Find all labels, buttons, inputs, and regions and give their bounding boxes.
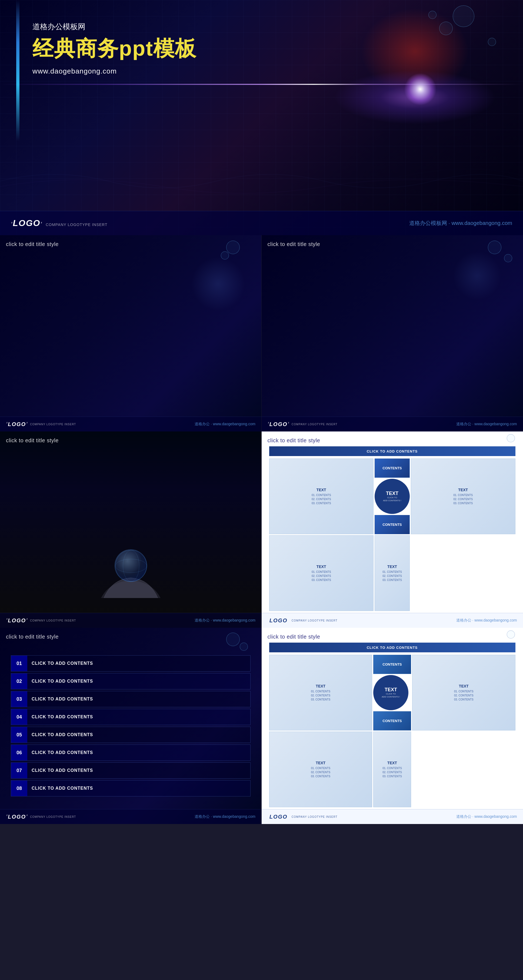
s5-cell-br-title: TEXT	[387, 565, 397, 569]
s2-logo: 'LOGO'	[6, 421, 28, 428]
s5-cell-br-lines: 01. CONTENTS02. CONTENTS03. CONTENTS	[382, 570, 402, 582]
list-text-3[interactable]: CLICK TO ADD CONTENTS	[27, 691, 250, 707]
s5-cell-bl[interactable]: TEXT 01. CONTENTS02. CONTENTS03. CONTENT…	[269, 535, 374, 611]
s7-top-pill[interactable]: CONTENTS	[373, 655, 411, 674]
s7-cell-r1c3[interactable]: TEXT 01. CONTENTS02. CONTENTS03. CONTENT…	[412, 655, 515, 730]
s7-cell-r1c1[interactable]: TEXT 01. CONTENTS02. CONTENTS03. CONTENT…	[269, 655, 372, 730]
s5-cell-tc-title: CONTENTS	[382, 466, 402, 470]
s5-diagram-grid: TEXT 01. CONTENTS02. CONTENTS03. CONTENT…	[269, 458, 515, 611]
list-item-3[interactable]: 03 CLICK TO ADD CONTENTS	[11, 691, 251, 707]
s5-top-bar[interactable]: CLICK TO ADD CONTENTS	[269, 446, 515, 456]
slides-grid: click to edit title style 'LOGO' COMPANY…	[0, 235, 523, 824]
list-num-5: 05	[11, 727, 27, 743]
bubble-2	[439, 22, 453, 35]
s7-r2c1-title: TEXT	[316, 761, 326, 765]
s7-r2c1-lines: 01. CONTENTS02. CONTENTS03. CONTENTS	[311, 766, 330, 778]
s5-cell-bc-title: CONTENTS	[382, 523, 402, 527]
s5-footer-url: 道格办公 · www.daogebangong.com	[456, 618, 517, 623]
list-text-4[interactable]: CLICK TO ADD CONTENTS	[27, 709, 250, 725]
list-text-8[interactable]: CLICK TO ADD CONTENTS	[27, 781, 250, 796]
s7-bubble	[507, 630, 515, 638]
slide-4: click to edit title style	[0, 431, 261, 628]
s7-r1c1-title: TEXT	[316, 684, 326, 688]
slide-3: click to edit title style 'LOGO' COMPANY…	[262, 235, 523, 431]
s3-title[interactable]: click to edit title style	[267, 241, 517, 247]
s5-cell-tr-title: TEXT	[458, 488, 468, 492]
hero-title[interactable]: 经典商务ppt模板	[32, 35, 197, 63]
bg-light-beam	[0, 84, 523, 85]
list-text-1[interactable]: CLICK TO ADD CONTENTS	[27, 655, 250, 671]
s5-cell-bc[interactable]: CONTENTS	[375, 515, 410, 534]
s7-circle-sub: CLICK TOADD CONTENTS !	[382, 693, 400, 698]
s3-footer: 'LOGO' COMPANY LOGOTYPE INSERT 道格办公 · ww…	[262, 417, 523, 431]
list-item-5[interactable]: 05 CLICK TO ADD CONTENTS	[11, 727, 251, 743]
s6-footer-url: 道格办公 · www.daogebangong.com	[195, 814, 256, 819]
s3-logo: 'LOGO'	[267, 421, 289, 428]
slide-5: click to edit title style CLICK TO ADD C…	[262, 431, 523, 628]
s5-circle-title: TEXT	[386, 491, 398, 496]
s7-bot-pill[interactable]: CONTENTS	[373, 711, 411, 730]
svg-point-2	[115, 559, 147, 573]
s5-cell-br[interactable]: TEXT 01. CONTENTS02. CONTENTS03. CONTENT…	[375, 535, 410, 611]
s6-title[interactable]: click to edit title style	[6, 634, 256, 640]
s7-footer: 'LOGO' COMPANY LOGOTYPE INSERT 道格办公 · ww…	[262, 809, 523, 824]
list-num-3: 03	[11, 691, 27, 707]
s6-logo: 'LOGO'	[6, 813, 28, 820]
s7-circle-title: TEXT	[385, 687, 397, 693]
bg-light-center	[404, 73, 437, 105]
slide-6: click to edit title style 01 CLICK TO AD…	[0, 628, 261, 824]
s2-bubble-2	[221, 251, 229, 259]
list-text-5[interactable]: CLICK TO ADD CONTENTS	[27, 727, 250, 743]
s5-cell-bl-title: TEXT	[316, 565, 326, 569]
list-text-6[interactable]: CLICK TO ADD CONTENTS	[27, 745, 250, 760]
s5-top-bar-wrap: CLICK TO ADD CONTENTS	[269, 446, 515, 457]
s4-footer-url: 道格办公 · www.daogebangong.com	[195, 618, 256, 623]
s5-cell-tc[interactable]: CONTENTS	[375, 458, 410, 478]
s3-bubble-2	[504, 254, 512, 262]
s7-cell-r2c1[interactable]: TEXT 01. CONTENTS02. CONTENTS03. CONTENT…	[269, 732, 372, 807]
s5-center-circle[interactable]: TEXT CLICK TOADD CONTENTS !	[375, 479, 410, 514]
s7-circle[interactable]: TEXT CLICK TOADD CONTENTS !	[373, 675, 409, 710]
s5-bubble	[507, 434, 515, 442]
list-num-8: 08	[11, 781, 27, 796]
s4-title[interactable]: click to edit title style	[6, 438, 256, 444]
list-item-2[interactable]: 02 CLICK TO ADD CONTENTS	[11, 673, 251, 689]
s4-center-image	[79, 536, 182, 611]
s3-bg-glow	[453, 251, 501, 300]
s4-globe	[114, 549, 147, 582]
s5-cell-tr-lines: 01. CONTENTS02. CONTENTS03. CONTENTS	[453, 493, 473, 505]
s7-r2c3-lines: 01. CONTENTS02. CONTENTS03. CONTENTS	[382, 766, 402, 778]
list-item-8[interactable]: 08 CLICK TO ADD CONTENTS	[11, 780, 251, 796]
s5-cell-tl[interactable]: TEXT 01. CONTENTS02. CONTENTS03. CONTENT…	[269, 458, 374, 534]
hero-footer-url: 道格办公模板网 · www.daogebangong.com	[409, 220, 512, 227]
s5-cell-tr[interactable]: TEXT 01. CONTENTS02. CONTENTS03. CONTENT…	[411, 458, 515, 534]
s2-logo-sub: COMPANY LOGOTYPE INSERT	[30, 423, 76, 426]
s5-circle-sub: CLICK TOADD CONTENTS !	[383, 496, 401, 502]
s7-top-bar[interactable]: CLICK TO ADD CONTENTS	[269, 643, 515, 652]
s5-cell-bl-lines: 01. CONTENTS02. CONTENTS03. CONTENTS	[312, 570, 331, 582]
bg-blue-stripe	[16, 0, 19, 141]
s7-cell-r2c3[interactable]: TEXT 01. CONTENTS02. CONTENTS03. CONTENT…	[373, 732, 411, 807]
bg-waves-svg	[0, 154, 523, 208]
list-text-7[interactable]: CLICK TO ADD CONTENTS	[27, 763, 250, 778]
s7-center-col: CONTENTS TEXT CLICK TOADD CONTENTS ! CON…	[373, 655, 411, 730]
slide-7: click to edit title style CLICK TO ADD C…	[262, 628, 523, 824]
s3-footer-url: 道格办公 · www.daogebangong.com	[456, 422, 517, 426]
s5-title[interactable]: click to edit title style	[267, 438, 517, 444]
list-num-4: 04	[11, 709, 27, 725]
hero-footer: 'LOGO' COMPANY LOGOTYPE INSERT 道格办公模板网 ·…	[0, 211, 523, 235]
bubble-3	[453, 5, 474, 27]
list-text-2[interactable]: CLICK TO ADD CONTENTS	[27, 673, 250, 689]
s2-title[interactable]: click to edit title style	[6, 241, 256, 247]
bubble-1	[428, 11, 437, 19]
s3-logo-sub: COMPANY LOGOTYPE INSERT	[292, 423, 338, 426]
s2-bg-glow	[191, 257, 245, 311]
bubble-4	[488, 38, 496, 46]
s5-logo: 'LOGO'	[267, 617, 289, 624]
list-item-7[interactable]: 07 CLICK TO ADD CONTENTS	[11, 762, 251, 779]
s7-title[interactable]: click to edit title style	[267, 634, 517, 640]
list-item-1[interactable]: 01 CLICK TO ADD CONTENTS	[11, 655, 251, 671]
hero-subtitle: 道格办公模板网	[32, 22, 197, 32]
list-item-4[interactable]: 04 CLICK TO ADD CONTENTS	[11, 709, 251, 725]
list-item-6[interactable]: 06 CLICK TO ADD CONTENTS	[11, 745, 251, 761]
